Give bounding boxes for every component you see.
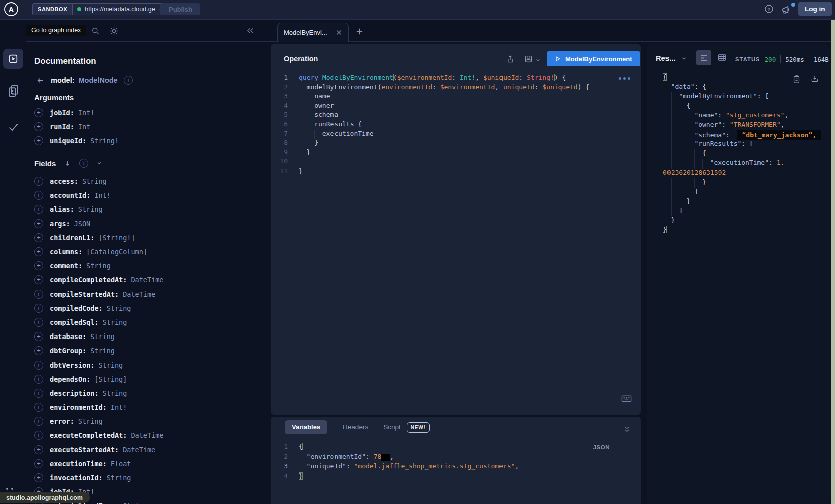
- code-token: [299, 111, 307, 120]
- code-token: [679, 130, 687, 140]
- announcements-megaphone-icon[interactable]: [780, 4, 792, 16]
- response-format-table-toggle[interactable]: [717, 53, 727, 62]
- save-icon[interactable]: [524, 54, 533, 64]
- add-field-icon[interactable]: +: [34, 108, 43, 117]
- code-token: [679, 149, 687, 159]
- login-button[interactable]: Log in: [798, 2, 832, 16]
- field-row[interactable]: +compileCompletedAt:DateTime: [34, 273, 163, 287]
- add-field-icon[interactable]: +: [34, 122, 43, 131]
- chevron-down-icon[interactable]: [96, 160, 102, 166]
- docs-breadcrumb-type[interactable]: ModelNode: [79, 76, 118, 84]
- add-field-icon[interactable]: +: [34, 445, 43, 454]
- field-row[interactable]: +dbtGroup:String: [34, 344, 163, 358]
- field-name: environmentId:: [50, 403, 107, 411]
- field-row[interactable]: +args:JSON: [34, 217, 163, 231]
- tab-script[interactable]: Script: [383, 420, 401, 434]
- add-field-icon[interactable]: +: [34, 247, 43, 256]
- sandbox-badge[interactable]: SANDBOX: [32, 3, 73, 15]
- field-row[interactable]: +invocationId:String: [34, 471, 163, 485]
- field-row[interactable]: +columns:[CatalogColumn]: [34, 245, 163, 259]
- search-icon[interactable]: [91, 26, 100, 36]
- add-field-icon[interactable]: +: [34, 361, 43, 370]
- code-token: modelByEnvironment: [307, 83, 378, 91]
- response-dropdown-chevron-icon[interactable]: [681, 55, 687, 62]
- add-field-icon[interactable]: +: [34, 346, 43, 355]
- field-row[interactable]: +compiledSql:String: [34, 315, 163, 329]
- field-row[interactable]: +accountId:Int!: [34, 188, 163, 202]
- field-row[interactable]: +error:String: [34, 414, 163, 428]
- field-row[interactable]: +executeCompletedAt:DateTime: [34, 428, 163, 442]
- add-field-icon[interactable]: +: [34, 375, 43, 384]
- response-json-viewer[interactable]: {"data": {"modelByEnvironment": [{"name"…: [663, 73, 828, 235]
- tab-modelbyenvironment[interactable]: ModelByEnvi...: [277, 23, 349, 42]
- field-type: Int!: [94, 191, 111, 199]
- settings-gear-icon[interactable]: [109, 26, 119, 36]
- add-field-icon[interactable]: +: [34, 219, 43, 228]
- add-field-icon[interactable]: +: [34, 191, 43, 200]
- apollo-logo-icon[interactable]: A: [3, 1, 19, 17]
- code-token: ,: [495, 83, 503, 91]
- code-token: [671, 149, 679, 159]
- publish-button[interactable]: Publish: [160, 3, 200, 15]
- add-field-icon[interactable]: +: [34, 318, 43, 327]
- collapse-docs-icon[interactable]: [246, 26, 255, 35]
- field-row[interactable]: +environmentId:Int!: [34, 400, 163, 414]
- variables-editor[interactable]: 1{2"environmentId": 78,3"uniqueId": "mod…: [271, 443, 622, 482]
- add-field-icon[interactable]: +: [34, 389, 43, 398]
- add-field-icon[interactable]: +: [34, 233, 43, 242]
- add-field-icon[interactable]: +: [34, 136, 43, 145]
- add-field-icon[interactable]: +: [34, 417, 43, 426]
- arguments-list: +jobId:Int!+runId:Int+uniqueId:String!: [34, 106, 119, 148]
- sort-fields-icon[interactable]: [64, 159, 71, 167]
- run-operation-button[interactable]: ModelByEnvironment: [547, 51, 640, 66]
- add-field-icon[interactable]: +: [34, 275, 43, 284]
- add-field-icon[interactable]: +: [34, 459, 43, 468]
- back-arrow-icon[interactable]: [36, 76, 45, 85]
- code-token: [679, 159, 687, 169]
- sidebar-item-checks[interactable]: [7, 122, 20, 133]
- field-name: error:: [50, 417, 74, 425]
- response-title[interactable]: Res...: [656, 54, 676, 62]
- sidebar-item-schema-diff[interactable]: [7, 84, 20, 99]
- field-row[interactable]: +compileStartedAt:DateTime: [34, 287, 163, 301]
- tab-headers[interactable]: Headers: [343, 420, 368, 434]
- close-tab-icon[interactable]: [336, 29, 342, 36]
- field-row[interactable]: +description:String: [34, 386, 163, 400]
- field-row[interactable]: +uniqueId:String!: [34, 134, 119, 148]
- help-icon[interactable]: ?: [764, 4, 774, 14]
- field-row[interactable]: +comment:String: [34, 259, 163, 273]
- add-field-icon[interactable]: +: [34, 290, 43, 299]
- add-field-icon[interactable]: +: [34, 205, 43, 214]
- add-field-icon[interactable]: +: [34, 177, 43, 186]
- sidebar-item-operations[interactable]: [3, 49, 23, 69]
- add-field-icon[interactable]: +: [34, 431, 43, 440]
- field-row[interactable]: +runId:Int: [34, 120, 119, 134]
- field-row[interactable]: +executionTime:Float: [34, 457, 163, 471]
- field-row[interactable]: +database:String: [34, 329, 163, 344]
- field-row[interactable]: +dbtVersion:String: [34, 358, 163, 372]
- new-tab-icon[interactable]: [355, 27, 364, 36]
- field-row[interactable]: +alias:String: [34, 202, 163, 216]
- add-field-icon[interactable]: +: [34, 332, 43, 341]
- field-row[interactable]: +jobId:Int!: [34, 106, 119, 120]
- field-row[interactable]: +access:String: [34, 174, 163, 188]
- operation-editor[interactable]: 1query ModelByEnvironment($environmentId…: [271, 74, 632, 177]
- tab-variables[interactable]: Variables: [285, 420, 327, 434]
- add-all-fields-icon[interactable]: +: [79, 159, 88, 168]
- field-row[interactable]: +compiledCode:String: [34, 301, 163, 315]
- save-options-chevron-icon[interactable]: [535, 57, 541, 63]
- add-field-icon[interactable]: +: [34, 473, 43, 482]
- share-icon[interactable]: [506, 54, 515, 64]
- sidebar-more-icon[interactable]: [6, 488, 13, 490]
- add-field-icon[interactable]: +: [34, 261, 43, 270]
- collapse-panel-double-chevron-icon[interactable]: [623, 425, 631, 433]
- endpoint-url-input[interactable]: https://metadata.cloud.get: [73, 3, 171, 15]
- keyboard-shortcuts-icon[interactable]: [621, 394, 632, 403]
- add-type-icon[interactable]: +: [124, 76, 133, 85]
- add-field-icon[interactable]: +: [34, 403, 43, 412]
- add-field-icon[interactable]: +: [34, 304, 43, 313]
- field-row[interactable]: +executeStartedAt:DateTime: [34, 443, 163, 457]
- field-row[interactable]: +childrenL1:[String!]: [34, 231, 163, 245]
- field-row[interactable]: +dependsOn:[String]: [34, 372, 163, 386]
- response-format-json-toggle[interactable]: [696, 50, 711, 65]
